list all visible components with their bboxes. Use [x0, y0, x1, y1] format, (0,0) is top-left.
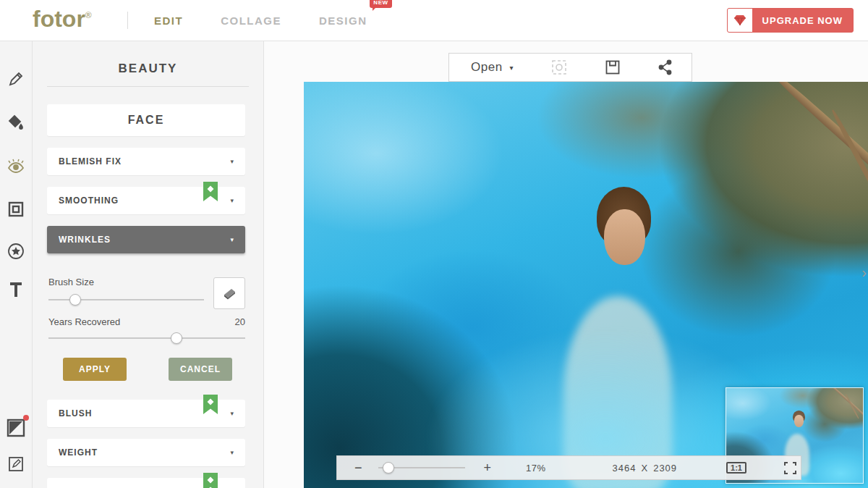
row-wrinkles[interactable]: WRINKLES ▾ [47, 226, 245, 253]
row-smoothing[interactable]: SMOOTHING ▾ [47, 187, 245, 214]
apply-button[interactable]: APPLY [63, 358, 127, 381]
chevron-down-icon: ▾ [230, 158, 234, 165]
save-icon[interactable] [605, 59, 621, 75]
tool-rail [0, 41, 33, 488]
wrinkles-controls: Brush Size Years Recovered 20 APPLY [33, 265, 263, 385]
focus-icon [551, 59, 567, 75]
subject-face [604, 209, 645, 265]
gem-icon [728, 9, 752, 32]
registered-mark: ® [85, 10, 92, 20]
canvas-area: Open ▾ › [265, 41, 868, 488]
fullscreen-icon[interactable] [784, 462, 796, 474]
row-label: SMOOTHING [59, 195, 119, 206]
face-section-button[interactable]: FACE [47, 104, 245, 136]
years-recovered-slider[interactable] [48, 327, 245, 349]
slider-handle[interactable] [171, 332, 182, 344]
years-recovered-label: Years Recovered [48, 316, 120, 327]
notification-dot [23, 415, 29, 421]
slider-handle[interactable] [383, 462, 394, 474]
row-label: BLEMISH FIX [59, 156, 122, 167]
eraser-icon [221, 286, 237, 300]
zoom-out-button[interactable]: − [354, 460, 362, 476]
upgrade-now-button[interactable]: UPGRADE NOW [727, 8, 854, 33]
tab-design-wrap: DESIGN NEW [319, 14, 367, 28]
row-partial[interactable] [47, 478, 245, 488]
row-weight[interactable]: WEIGHT ▾ [47, 439, 245, 466]
share-icon[interactable] [658, 59, 673, 75]
row-label: WRINKLES [59, 235, 111, 245]
right-panel-toggle[interactable]: › [861, 264, 867, 281]
zoom-percent: 17% [526, 463, 546, 474]
years-recovered-value: 20 [235, 316, 245, 327]
bookmark-icon [203, 473, 218, 488]
sticker-star-icon[interactable] [4, 240, 27, 263]
row-label: WEIGHT [59, 447, 98, 458]
row-blush[interactable]: BLUSH ▾ [47, 400, 245, 427]
tab-collage[interactable]: COLLAGE [221, 14, 281, 27]
slider-track [48, 337, 245, 339]
beauty-panel: BEAUTY FACE BLEMISH FIX ▾ SMOOTHING ▾ WR… [33, 41, 264, 488]
pencil-icon[interactable] [4, 67, 27, 91]
zoom-in-button[interactable]: + [484, 460, 492, 476]
actual-size-button[interactable]: 1:1 [726, 462, 746, 474]
text-tool-icon[interactable] [4, 279, 27, 302]
image-dimensions: 3464 X 2309 [613, 463, 678, 474]
logo-text: fotor [33, 6, 85, 32]
zoom-slider[interactable] [378, 457, 465, 479]
chevron-down-icon: ▾ [230, 236, 234, 243]
upgrade-now-label: UPGRADE NOW [752, 9, 853, 32]
fotor-app: fotor® EDIT COLLAGE DESIGN NEW UPGRADE N… [0, 0, 868, 488]
canvas-toolbar: Open ▾ [448, 53, 692, 82]
dimension-separator: X [641, 463, 648, 474]
fotor-logo[interactable]: fotor® [33, 6, 92, 33]
beauty-eye-icon[interactable] [4, 154, 27, 177]
crop-frame-icon[interactable] [4, 198, 27, 221]
panel-title: BEAUTY [33, 62, 263, 76]
brush-size-slider[interactable] [48, 289, 204, 311]
tab-design[interactable]: DESIGN [319, 14, 367, 27]
row-blemish-fix[interactable]: BLEMISH FIX ▾ [47, 148, 245, 175]
dimension-width: 3464 [613, 463, 637, 474]
contrast-icon[interactable] [4, 416, 27, 439]
dimension-height: 2309 [653, 463, 677, 474]
open-dropdown[interactable]: Open ▾ [471, 60, 514, 75]
slider-handle[interactable] [69, 294, 81, 306]
bookmark-icon [203, 395, 218, 414]
chevron-down-icon: ▾ [230, 197, 234, 204]
chevron-down-icon: ▾ [510, 64, 514, 72]
bookmark-icon [203, 182, 218, 201]
zoom-statusbar: − + 17% 3464 X 2309 1:1 [336, 455, 801, 480]
open-label: Open [471, 60, 503, 75]
chevron-down-icon: ▾ [230, 449, 234, 456]
row-label: BLUSH [59, 408, 92, 418]
paint-bucket-icon[interactable] [4, 111, 27, 134]
header-divider [127, 12, 128, 29]
eraser-button[interactable] [213, 277, 245, 309]
panel-divider [47, 86, 249, 87]
chevron-down-icon: ▾ [230, 410, 234, 417]
tab-edit[interactable]: EDIT [154, 14, 183, 27]
draw-note-icon[interactable] [4, 453, 27, 476]
app-header: fotor® EDIT COLLAGE DESIGN NEW UPGRADE N… [0, 0, 868, 41]
new-badge: NEW [370, 0, 391, 8]
cancel-button[interactable]: CANCEL [169, 358, 232, 381]
main-nav: EDIT COLLAGE DESIGN NEW [154, 0, 367, 41]
